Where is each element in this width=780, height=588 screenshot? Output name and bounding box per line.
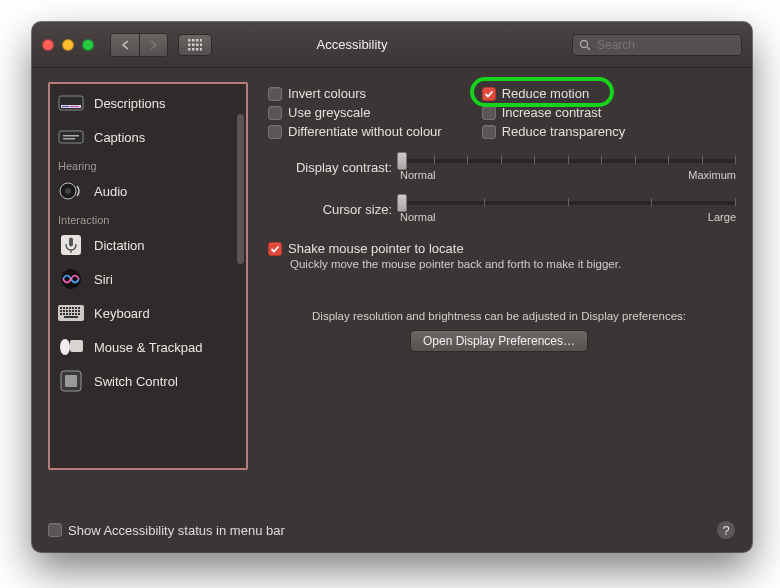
window-controls xyxy=(42,39,94,51)
mouse-trackpad-icon xyxy=(58,336,84,358)
differentiate-colour-checkbox[interactable]: Differentiate without colour xyxy=(268,124,442,139)
svg-rect-31 xyxy=(69,307,71,309)
svg-rect-24 xyxy=(69,238,73,247)
sidebar-scrollbar[interactable] xyxy=(237,114,244,264)
svg-rect-20 xyxy=(63,138,75,140)
open-display-preferences-button[interactable]: Open Display Preferences… xyxy=(410,330,588,352)
checkbox-label: Use greyscale xyxy=(288,105,370,120)
captions-icon xyxy=(58,126,84,148)
sidebar-item-label: Siri xyxy=(94,272,113,287)
slider-thumb[interactable] xyxy=(397,194,407,212)
svg-rect-19 xyxy=(63,135,79,137)
search-icon xyxy=(579,39,591,51)
svg-rect-39 xyxy=(72,310,74,312)
svg-rect-50 xyxy=(70,340,83,352)
sidebar-item-label: Keyboard xyxy=(94,306,150,321)
reduce-motion-checkbox[interactable]: Reduce motion xyxy=(482,86,626,101)
slider-min-label: Normal xyxy=(400,169,435,181)
svg-rect-46 xyxy=(72,313,74,315)
sidebar-item-switch-control[interactable]: Switch Control xyxy=(50,364,246,398)
svg-rect-18 xyxy=(59,131,83,143)
cursor-size-label: Cursor size: xyxy=(262,202,392,217)
back-button[interactable] xyxy=(111,34,139,56)
reduce-transparency-checkbox[interactable]: Reduce transparency xyxy=(482,124,626,139)
sidebar-item-label: Descriptions xyxy=(94,96,166,111)
close-window-button[interactable] xyxy=(42,39,54,51)
svg-line-13 xyxy=(587,47,590,50)
sidebar-item-audio[interactable]: Audio xyxy=(50,174,246,208)
sidebar-item-label: Audio xyxy=(94,184,127,199)
display-contrast-label: Display contrast: xyxy=(262,160,392,175)
cursor-size-row: Cursor size: Normal Large xyxy=(262,195,736,223)
audio-icon xyxy=(58,180,84,202)
mic-icon xyxy=(58,234,84,256)
sidebar-item-dictation[interactable]: Dictation xyxy=(50,228,246,262)
checkbox-label: Differentiate without colour xyxy=(288,124,442,139)
svg-rect-49 xyxy=(64,316,78,318)
show-status-menubar-checkbox[interactable]: Show Accessibility status in menu bar xyxy=(48,523,285,538)
svg-point-22 xyxy=(65,188,71,194)
svg-rect-44 xyxy=(66,313,68,315)
slider-min-label: Normal xyxy=(400,211,435,223)
svg-rect-47 xyxy=(75,313,77,315)
accessibility-preferences-window: Accessibility xyxy=(32,22,752,552)
descriptions-icon xyxy=(58,92,84,114)
sidebar-item-label: Mouse & Trackpad xyxy=(94,340,202,355)
svg-point-51 xyxy=(60,339,70,355)
shake-mouse-checkbox[interactable]: Shake mouse pointer to locate xyxy=(268,241,736,256)
sidebar-item-captions[interactable]: Captions xyxy=(50,120,246,154)
svg-rect-17 xyxy=(70,106,79,107)
svg-rect-33 xyxy=(75,307,77,309)
content-area: Descriptions Captions Hearing xyxy=(32,68,752,508)
sidebar-item-descriptions[interactable]: Descriptions xyxy=(50,86,246,120)
use-greyscale-checkbox[interactable]: Use greyscale xyxy=(268,105,442,120)
sidebar-item-label: Captions xyxy=(94,130,145,145)
window-title: Accessibility xyxy=(142,37,562,52)
sidebar-item-siri[interactable]: Siri xyxy=(50,262,246,296)
svg-rect-28 xyxy=(60,307,62,309)
svg-rect-38 xyxy=(69,310,71,312)
svg-rect-40 xyxy=(75,310,77,312)
sidebar-item-label: Switch Control xyxy=(94,374,178,389)
slider-max-label: Large xyxy=(708,211,736,223)
help-button[interactable]: ? xyxy=(716,520,736,540)
svg-rect-37 xyxy=(66,310,68,312)
zoom-window-button[interactable] xyxy=(82,39,94,51)
checkbox-label: Reduce motion xyxy=(502,86,589,101)
svg-rect-16 xyxy=(62,106,69,107)
svg-rect-48 xyxy=(78,313,80,315)
display-preferences-note: Display resolution and brightness can be… xyxy=(262,310,736,322)
search-input[interactable] xyxy=(597,38,735,52)
checkbox-label: Increase contrast xyxy=(502,105,602,120)
checkbox-label: Invert colours xyxy=(288,86,366,101)
footer: Show Accessibility status in menu bar ? xyxy=(32,508,752,552)
svg-rect-43 xyxy=(63,313,65,315)
invert-colours-checkbox[interactable]: Invert colours xyxy=(268,86,442,101)
svg-point-12 xyxy=(581,40,588,47)
checkbox-label: Shake mouse pointer to locate xyxy=(288,241,464,256)
svg-rect-30 xyxy=(66,307,68,309)
svg-rect-41 xyxy=(78,310,80,312)
siri-icon xyxy=(58,268,84,290)
settings-panel: Invert colours Use greyscale Differentia… xyxy=(262,82,736,502)
minimize-window-button[interactable] xyxy=(62,39,74,51)
svg-rect-34 xyxy=(78,307,80,309)
search-field[interactable] xyxy=(572,34,742,56)
sidebar-section-interaction: Interaction xyxy=(50,208,246,228)
display-contrast-slider[interactable] xyxy=(400,159,736,163)
category-sidebar[interactable]: Descriptions Captions Hearing xyxy=(48,82,248,470)
svg-rect-36 xyxy=(63,310,65,312)
sidebar-item-mouse-trackpad[interactable]: Mouse & Trackpad xyxy=(50,330,246,364)
svg-rect-53 xyxy=(65,375,77,387)
svg-rect-29 xyxy=(63,307,65,309)
cursor-size-slider[interactable] xyxy=(400,201,736,205)
svg-rect-45 xyxy=(69,313,71,315)
svg-rect-42 xyxy=(60,313,62,315)
sidebar-item-keyboard[interactable]: Keyboard xyxy=(50,296,246,330)
checkbox-label: Show Accessibility status in menu bar xyxy=(68,523,285,538)
sidebar-section-hearing: Hearing xyxy=(50,154,246,174)
display-preferences-note-group: Display resolution and brightness can be… xyxy=(262,310,736,352)
slider-thumb[interactable] xyxy=(397,152,407,170)
increase-contrast-checkbox[interactable]: Increase contrast xyxy=(482,105,626,120)
svg-rect-35 xyxy=(60,310,62,312)
